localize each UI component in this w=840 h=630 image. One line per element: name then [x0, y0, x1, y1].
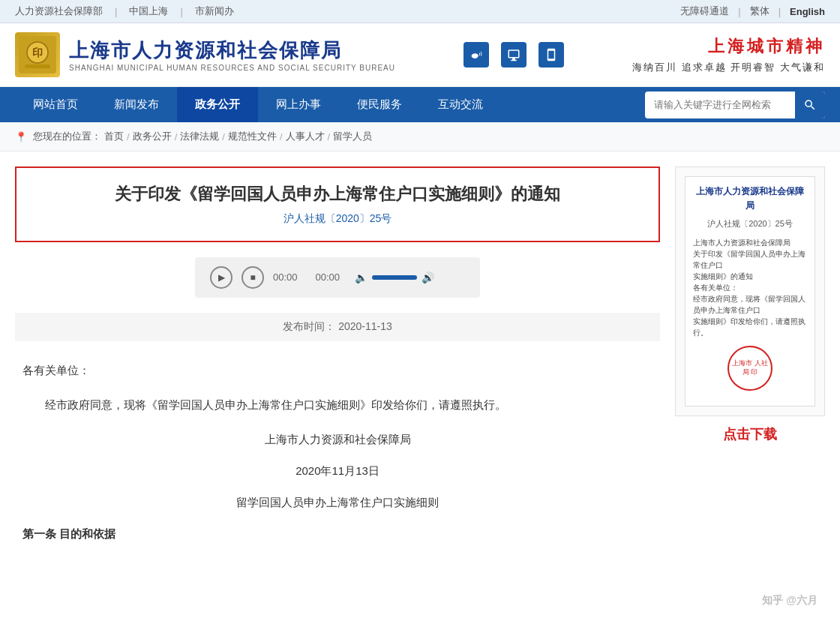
breadcrumb-prefix: 您现在的位置：: [33, 130, 101, 143]
sidebar: 上海市人力资源和社会保障局 沪人社规〔2020〕25号 上海市人力资源和社会保障…: [675, 166, 825, 557]
location-icon: 📍: [15, 131, 27, 142]
breadcrumb-current: 留学人员: [333, 130, 372, 143]
audio-time-current: 00:00: [273, 272, 298, 283]
link-ministry[interactable]: 人力资源社会保障部: [15, 4, 103, 18]
volume-bar[interactable]: [372, 275, 417, 280]
doc-preview-body: 上海市人力资源和社会保障局 关于印发《留学回国人员申办上海常住户口 实施细则》的…: [693, 237, 807, 338]
svg-text:印: 印: [32, 46, 43, 58]
org-subtitle: SHANGHAI MUNICIPAL HUMAN RESOURCES AND S…: [69, 64, 395, 72]
main-layout: 关于印发《留学回国人员申办上海常住户口实施细则》的通知 沪人社规〔2020〕25…: [0, 152, 840, 572]
article-doc-number: 沪人社规〔2020〕25号: [32, 212, 644, 226]
breadcrumb: 📍 您现在的位置： 首页 / 政务公开 / 法律法规 / 规范性文件 / 人事人…: [0, 122, 840, 152]
volume-low-icon: 🔈: [355, 272, 368, 284]
body-intro: 经市政府同意，现将《留学回国人员申办上海常住户口实施细则》印发给你们，请遵照执行…: [22, 394, 652, 416]
desktop-icon[interactable]: [501, 42, 526, 68]
nav-item-news[interactable]: 新闻发布: [96, 87, 177, 122]
search-input[interactable]: [645, 99, 795, 110]
org-title: 上海市人力资源和社会保障局: [69, 38, 395, 64]
body-greeting: 各有关单位：: [22, 359, 652, 382]
content-area: 关于印发《留学回国人员申办上海常住户口实施细则》的通知 沪人社规〔2020〕25…: [15, 166, 660, 557]
nav-search: [645, 92, 825, 118]
body-date: 2020年11月13日: [22, 460, 652, 482]
doc-preview: 上海市人力资源和社会保障局 沪人社规〔2020〕25号 上海市人力资源和社会保障…: [685, 176, 815, 406]
article-body: 各有关单位： 经市政府同意，现将《留学回国人员申办上海常住户口实施细则》印发给你…: [15, 359, 660, 545]
nav-item-interact[interactable]: 互动交流: [420, 87, 501, 122]
nav-item-affairs[interactable]: 政务公开: [177, 87, 258, 122]
nav-item-service[interactable]: 便民服务: [339, 87, 420, 122]
top-bar-right: 无障碍通道 | 繁体 | English: [680, 4, 825, 18]
header-right: 上海城市精神 海纳百川 追求卓越 开明睿智 大气谦和: [632, 35, 825, 74]
top-bar: 人力资源社会保障部 | 中国上海 | 市新闻办 无障碍通道 | 繁体 | Eng…: [0, 0, 840, 23]
weibo-icon[interactable]: [464, 42, 489, 68]
audio-play-button[interactable]: ▶: [210, 266, 232, 289]
svg-rect-3: [25, 64, 50, 68]
breadcrumb-normative[interactable]: 规范性文件: [228, 130, 277, 143]
logo-text: 上海市人力资源和社会保障局 SHANGHAI MUNICIPAL HUMAN R…: [69, 38, 395, 72]
top-bar-left: 人力资源社会保障部 | 中国上海 | 市新闻办: [15, 4, 234, 18]
logo-area: 印 上海市人力资源和社会保障局 SHANGHAI MUNICIPAL HUMAN…: [15, 32, 395, 77]
breadcrumb-law[interactable]: 法律法规: [180, 130, 219, 143]
city-spirit-title: 上海城市精神: [708, 35, 825, 58]
link-shanghai[interactable]: 中国上海: [129, 4, 168, 18]
body-regulation-title: 留学回国人员申办上海常住户口实施细则: [22, 491, 652, 514]
search-button[interactable]: [795, 92, 825, 118]
article-title-box: 关于印发《留学回国人员申办上海常住户口实施细则》的通知 沪人社规〔2020〕25…: [15, 166, 660, 242]
audio-volume: 🔈 🔊: [355, 272, 434, 284]
link-news-office[interactable]: 市新闻办: [195, 4, 234, 18]
link-traditional[interactable]: 繁体: [750, 4, 770, 18]
body-article-one: 第一条 目的和依据: [22, 523, 652, 545]
publish-date-value: 2020-11-13: [338, 320, 392, 332]
publish-label: 发布时间：: [283, 320, 335, 332]
breadcrumb-home[interactable]: 首页: [104, 130, 124, 143]
doc-preview-number: 沪人社规〔2020〕25号: [693, 218, 807, 231]
nav-item-online[interactable]: 网上办事: [258, 87, 339, 122]
doc-seal: 上海市 人社局 印: [728, 346, 772, 391]
audio-time-total: 00:00: [316, 272, 340, 283]
city-spirit-sub: 海纳百川 追求卓越 开明睿智 大气谦和: [632, 61, 825, 74]
mobile-icon[interactable]: [538, 42, 564, 68]
link-accessible[interactable]: 无障碍通道: [680, 4, 729, 18]
body-org: 上海市人力资源和社会保障局: [22, 428, 652, 451]
header-icons: [464, 42, 564, 68]
header: 印 上海市人力资源和社会保障局 SHANGHAI MUNICIPAL HUMAN…: [0, 23, 840, 87]
link-english[interactable]: English: [790, 6, 825, 17]
download-link[interactable]: 点击下载: [675, 425, 825, 443]
logo-icon: 印: [15, 32, 60, 77]
doc-preview-header: 上海市人力资源和社会保障局: [693, 184, 807, 213]
nav-item-home[interactable]: 网站首页: [15, 87, 96, 122]
sidebar-doc-image: 上海市人力资源和社会保障局 沪人社规〔2020〕25号 上海市人力资源和社会保障…: [675, 166, 825, 416]
breadcrumb-affairs[interactable]: 政务公开: [133, 130, 172, 143]
main-nav: 网站首页 新闻发布 政务公开 网上办事 便民服务 互动交流: [0, 87, 840, 122]
article-title: 关于印发《留学回国人员申办上海常住户口实施细则》的通知: [32, 183, 644, 206]
volume-high-icon: 🔊: [422, 272, 434, 284]
publish-date: 发布时间： 2020-11-13: [15, 313, 660, 341]
breadcrumb-personnel[interactable]: 人事人才: [286, 130, 325, 143]
audio-stop-button[interactable]: ■: [242, 266, 264, 289]
audio-player: ▶ ■ 00:00 00:00 🔈 🔊: [195, 257, 480, 298]
